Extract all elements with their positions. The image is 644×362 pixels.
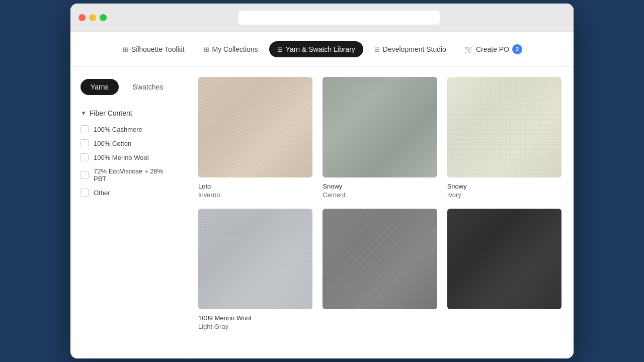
swatch-card-dark-gray[interactable] xyxy=(447,209,561,330)
swatch-texture-dark-gray xyxy=(447,209,561,309)
tab-swatches[interactable]: Swatches xyxy=(123,79,174,95)
swatch-texture-snowy-cement xyxy=(323,77,437,177)
silhouette-icon: ⊞ xyxy=(123,46,128,53)
app-content: ⊞ Silhouette Toolkit ⊞ My Collections ⊞ … xyxy=(70,32,574,358)
swatch-subtitle-loto: Inverno xyxy=(198,191,312,199)
swatch-texture-snowy-ivory xyxy=(447,77,561,177)
filter-option-other[interactable]: Other xyxy=(80,189,176,197)
swatch-card-snowy-ivory[interactable]: Snowy Ivory xyxy=(447,77,561,199)
swatch-texture-medium-gray xyxy=(323,209,437,309)
swatch-image-medium-gray xyxy=(323,209,437,309)
swatch-subtitle-light-gray: Light Gray xyxy=(198,323,312,330)
nav-item-collections[interactable]: ⊞ My Collections xyxy=(196,41,266,57)
checkbox-cotton[interactable] xyxy=(80,139,89,147)
collections-icon: ⊞ xyxy=(204,46,209,53)
chevron-down-icon: ▼ xyxy=(80,110,87,117)
url-bar[interactable] xyxy=(238,11,440,25)
swatch-grid: Loto Inverno Snowy Cement xyxy=(198,77,561,330)
browser-chrome xyxy=(70,4,574,32)
swatch-texture-light-gray xyxy=(198,209,312,309)
filter-label-ecoviscose: 72% EcoViscose + 28% PBT xyxy=(94,167,176,183)
maximize-button[interactable] xyxy=(100,14,107,21)
swatch-image-light-gray xyxy=(198,209,312,309)
checkbox-ecoviscose[interactable] xyxy=(80,171,89,179)
filter-header-label: Fiber Content xyxy=(90,109,132,117)
nav-bar: ⊞ Silhouette Toolkit ⊞ My Collections ⊞ … xyxy=(70,32,574,67)
nav-item-yarn-library[interactable]: ⊞ Yarn & Swatch Library xyxy=(269,41,363,57)
swatch-image-snowy-cement xyxy=(323,77,437,177)
filter-option-cotton[interactable]: 100% Cotton xyxy=(80,139,176,147)
yarn-library-icon: ⊞ xyxy=(277,46,283,53)
checkbox-merino[interactable] xyxy=(80,153,89,161)
checkbox-other[interactable] xyxy=(80,189,89,197)
create-po-label: Create PO xyxy=(476,45,509,53)
tab-group: Yarns Swatches xyxy=(80,79,176,95)
swatch-texture-loto xyxy=(198,77,312,177)
cart-icon: 🛒 xyxy=(464,45,473,53)
nav-label-collections: My Collections xyxy=(212,45,258,53)
swatch-subtitle-snowy-cement: Cement xyxy=(323,191,437,199)
main-layout: Yarns Swatches ▼ Fiber Content 100% Cash… xyxy=(70,67,574,358)
nav-item-silhouette[interactable]: ⊞ Silhouette Toolkit xyxy=(115,41,193,57)
swatch-subtitle-snowy-ivory: Ivory xyxy=(447,191,561,199)
nav-label-silhouette: Silhouette Toolkit xyxy=(131,45,185,53)
cart-badge: 2 xyxy=(512,44,522,54)
content-area: Loto Inverno Snowy Cement xyxy=(186,67,574,358)
swatch-image-loto xyxy=(198,77,312,177)
filter-label-merino: 100% Merino Wool xyxy=(94,154,149,161)
filter-section: ▼ Fiber Content 100% Cashmere 100% Cotto… xyxy=(80,109,176,197)
sidebar: Yarns Swatches ▼ Fiber Content 100% Cash… xyxy=(70,67,186,358)
swatch-name-light-gray: 1009 Merino Wool xyxy=(198,314,312,322)
checkbox-cashmere[interactable] xyxy=(80,125,89,133)
nav-item-development[interactable]: ⊞ Development Studio xyxy=(366,41,454,57)
close-button[interactable] xyxy=(78,14,86,21)
swatch-card-light-gray[interactable]: 1009 Merino Wool Light Gray xyxy=(198,209,312,330)
swatch-card-loto[interactable]: Loto Inverno xyxy=(198,77,312,199)
filter-option-ecoviscose[interactable]: 72% EcoViscose + 28% PBT xyxy=(80,167,176,183)
filter-label-cashmere: 100% Cashmere xyxy=(94,126,142,133)
swatch-image-snowy-ivory xyxy=(447,77,561,177)
browser-window: ⊞ Silhouette Toolkit ⊞ My Collections ⊞ … xyxy=(70,4,574,358)
minimize-button[interactable] xyxy=(89,14,96,21)
tab-yarns[interactable]: Yarns xyxy=(80,79,119,95)
swatch-name-loto: Loto xyxy=(198,183,312,190)
swatch-name-snowy-ivory: Snowy xyxy=(447,183,561,190)
filter-option-merino[interactable]: 100% Merino Wool xyxy=(80,153,176,161)
swatch-name-snowy-cement: Snowy xyxy=(323,183,437,190)
nav-label-yarn-library: Yarn & Swatch Library xyxy=(286,45,355,53)
swatch-image-dark-gray xyxy=(447,209,561,309)
traffic-lights xyxy=(78,14,107,21)
nav-label-development: Development Studio xyxy=(383,45,446,53)
filter-label-other: Other xyxy=(94,189,110,197)
development-icon: ⊞ xyxy=(374,46,380,53)
filter-option-cashmere[interactable]: 100% Cashmere xyxy=(80,125,176,133)
swatch-card-medium-gray[interactable] xyxy=(323,209,437,330)
filter-label-cotton: 100% Cotton xyxy=(94,140,131,147)
swatch-card-snowy-cement[interactable]: Snowy Cement xyxy=(323,77,437,199)
filter-header[interactable]: ▼ Fiber Content xyxy=(80,109,176,117)
create-po-button[interactable]: 🛒 Create PO 2 xyxy=(457,40,529,58)
